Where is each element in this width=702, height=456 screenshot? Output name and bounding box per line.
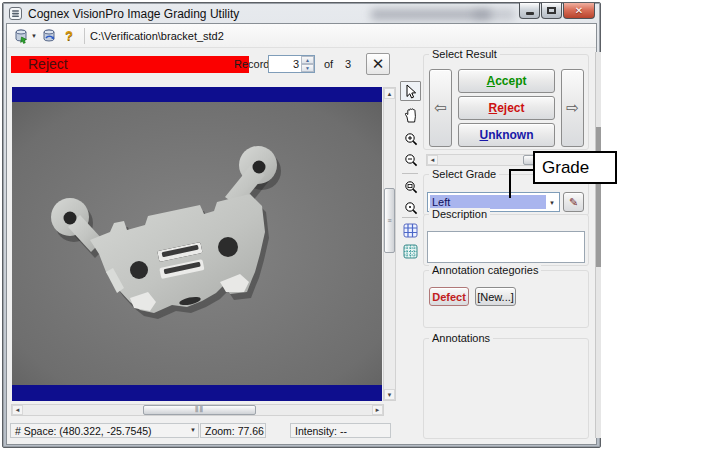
new-category-label: [New...] [477,291,514,303]
minimize-button[interactable] [519,3,540,19]
scroll-right-icon: ► [375,407,381,413]
record-label: Record [234,58,269,70]
tool-separator [402,173,418,174]
defect-category-button[interactable]: Defect [429,287,469,306]
pointer-tool-button[interactable] [400,81,421,101]
scroll-up-button[interactable]: ▲ [384,88,395,99]
window-title: Cognex VisionPro Image Grading Utility [28,7,239,21]
pixel-grid-tool-button[interactable] [400,241,421,261]
pan-tool-button[interactable] [400,105,421,125]
app-window: Cognex VisionPro Image Grading Utility ✕… [2,2,601,448]
zoom-region-tool-button[interactable] [400,177,421,197]
close-icon: ✕ [575,4,583,18]
status-zoom-panel: Zoom: 77.66 % [200,423,266,438]
image-canvas[interactable] [12,87,382,401]
panel-scrollbar[interactable] [595,52,602,438]
hand-icon [404,108,418,123]
toolbar-separator [84,28,85,44]
spin-down-icon: ▼ [305,66,310,71]
left-arrow-icon: ⇦ [434,99,447,117]
annotation-categories-group: Annotation categories Defect [New...] [423,270,589,328]
record-total: 3 [345,58,351,70]
pixel-grid-icon [403,244,418,259]
chevron-down-icon[interactable]: ▼ [549,200,555,206]
image-vertical-scrollbar[interactable]: ▲ ≡ ▼ [383,87,396,401]
edit-grade-button[interactable]: ✎ [563,192,584,212]
panel-scroll-thumb[interactable] [596,127,601,267]
record-number-input[interactable]: 3 ▲ ▼ [268,55,315,73]
scroll-left-button[interactable]: ◄ [12,405,23,415]
zoom-in-icon [404,132,418,146]
select-result-legend: Select Result [429,48,500,60]
spin-up-icon: ▲ [305,58,310,63]
intensity-value: Intensity: -- [295,425,347,437]
zoom-out-icon [404,153,418,167]
scroll-left-button[interactable]: ◄ [427,155,438,165]
new-category-button[interactable]: [New...] [475,287,516,306]
result-banner: Reject [11,56,249,73]
horizontal-scroll-thumb[interactable]: ⦀⦀ [143,405,256,415]
zoom-in-tool-button[interactable] [400,129,421,149]
accept-label: Accept [486,74,526,88]
unknown-button[interactable]: Unknown [458,123,555,147]
zoom-level: Zoom: 77.66 % [205,425,266,437]
save-database-button[interactable] [40,27,58,45]
scroll-down-icon: ▼ [387,392,393,398]
delete-record-button[interactable]: ✕ [366,53,390,75]
background-window-artifact [473,9,515,20]
open-database-dropdown-arrow-icon[interactable]: ▼ [31,33,37,39]
status-space-panel: # Space: (480.322, -25.7545) ▼ [10,423,199,438]
scroll-down-button[interactable]: ▼ [384,389,395,400]
database-sync-icon [41,28,57,44]
description-group: Description [423,214,589,266]
help-button[interactable]: ? [60,27,78,45]
unknown-label: Unknown [480,128,534,142]
record-value: 3 [293,58,299,70]
open-database-button[interactable] [12,27,30,45]
scroll-left-icon: ◄ [430,157,436,163]
tool-separator [402,217,418,218]
grade-selected-value: Left [430,195,546,209]
previous-record-button[interactable]: ⇦ [429,69,452,147]
spin-down-button[interactable]: ▼ [301,64,314,72]
app-icon [9,7,22,20]
spin-up-button[interactable]: ▲ [301,56,314,64]
space-dropdown-arrow-icon[interactable]: ▼ [190,427,196,433]
pencil-icon: ✎ [569,196,578,209]
annotations-group: Annotations [423,338,589,439]
zoom-actual-size-tool-button[interactable] [400,198,421,218]
select-result-group: Select Result ⇦ Accept Reject Unknown ⇨ [423,54,589,150]
scroll-up-icon: ▲ [387,91,393,97]
vertical-scroll-thumb[interactable]: ≡ [384,188,395,253]
viewer-toolbar [398,50,424,440]
image-horizontal-scrollbar[interactable]: ◄ ⦀⦀ ► [11,404,384,416]
thumb-grip-icon: ⦀⦀ [195,405,204,415]
maximize-button[interactable] [541,3,562,19]
bracket-image [12,102,382,385]
grid-display-tool-button[interactable] [400,220,421,240]
callout-connector-line [509,169,511,198]
zoom-out-tool-button[interactable] [400,150,421,170]
scroll-left-icon: ◄ [15,407,21,413]
grade-callout: Grade [533,151,617,184]
scroll-right-button[interactable]: ► [372,405,383,415]
annotations-legend: Annotations [429,332,493,344]
window-content: ▼ ? C:\Verification\bracket_std2 [6,23,597,445]
description-legend: Description [429,208,490,220]
close-button[interactable]: ✕ [563,3,595,19]
minimize-icon [526,12,534,15]
next-record-button[interactable]: ⇨ [561,69,584,147]
zoom-one-to-one-icon [404,201,418,215]
reject-label: Reject [488,101,524,115]
delete-record-icon: ✕ [372,55,385,73]
pointer-icon [404,84,417,99]
accept-button[interactable]: Accept [458,69,555,93]
description-textarea[interactable] [427,231,585,263]
title-bar[interactable]: Cognex VisionPro Image Grading Utility ✕ [3,3,600,23]
record-spinner-buttons: ▲ ▼ [301,56,314,72]
select-grade-legend: Select Grade [429,168,499,180]
app-toolbar: ▼ ? C:\Verification\bracket_std2 [7,24,596,48]
annotation-categories-legend: Annotation categories [429,264,541,276]
maximize-icon [547,7,556,14]
reject-button[interactable]: Reject [458,96,555,120]
